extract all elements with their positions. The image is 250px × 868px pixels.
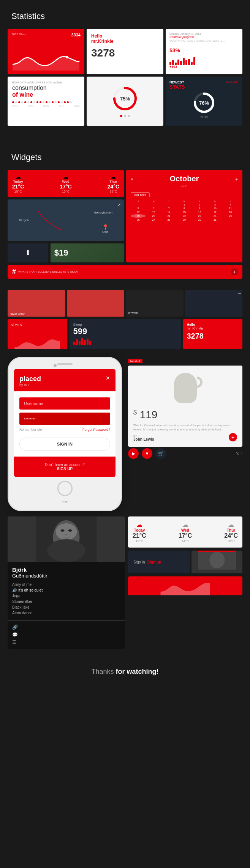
cal-d26[interactable]: 26 [131, 218, 146, 221]
cal-d30[interactable]: 30 [192, 218, 207, 221]
cal-d23[interactable]: 23 [192, 214, 207, 218]
cal-d1[interactable]: 1 [177, 203, 191, 206]
bw-low-thur: 18°C [224, 539, 238, 543]
cal-d12[interactable]: 12 [131, 210, 146, 214]
phone-login-form: Remember Me Forgot Password? SIGN IN [14, 391, 116, 457]
donut-76-wrapper: 76% [193, 91, 215, 114]
cal-d22[interactable]: 22 [177, 214, 191, 218]
cal-d17[interactable]: 17 [207, 210, 222, 214]
weather-low-wed: 13°C [60, 190, 71, 193]
bw-name-thur: Thur [224, 528, 238, 532]
bw-name-today: Today [133, 528, 146, 532]
cal-header: ◈ October ◈ [131, 174, 238, 183]
cal-d19[interactable]: 19 [131, 214, 146, 218]
cal-d16[interactable]: 16 [192, 210, 207, 214]
song-5[interactable]: Black lake [12, 604, 120, 610]
cal-d4[interactable]: 4 [223, 203, 238, 206]
play-icon-active: 🔊 [12, 588, 17, 592]
weather-temp-today: 21°C [12, 184, 24, 190]
menu-icon[interactable]: ☰ [12, 640, 120, 645]
cal-d2[interactable]: 2 [192, 203, 207, 206]
svg-rect-14 [198, 570, 236, 573]
cal-month: October [170, 174, 199, 183]
stats-grid: 2015 Stats 3334 Hello mr.Krinkle 3278 Mo… [0, 29, 250, 126]
cal-d27[interactable]: 27 [146, 218, 161, 221]
cal-d3[interactable]: 3 [207, 203, 222, 206]
cal-header-t2: T [192, 200, 207, 202]
photo-tile-4: ••• [185, 290, 243, 317]
phone-username-input[interactable] [19, 397, 110, 410]
download-widget[interactable]: ⬇ [8, 243, 48, 262]
song-2-active[interactable]: 🔊It's oh so quiet [12, 587, 120, 593]
cal-d29[interactable]: 29 [177, 218, 191, 221]
phone-home-button[interactable] [57, 481, 73, 496]
tile-3-label: of wine [126, 309, 140, 317]
hashtag-widget: # WHAT'S THAT? BULLSEYE BULLSEYE IS OKAY… [8, 265, 242, 279]
chat-icon[interactable]: 💬 [12, 632, 120, 637]
thanks-bold: for watching! [116, 668, 159, 675]
song-1[interactable]: Army of me [12, 582, 120, 587]
phone-close-btn[interactable]: ✕ [106, 375, 110, 381]
weather-name-today: Today [12, 180, 24, 184]
cal-d00 [146, 203, 161, 206]
cal-d6[interactable]: 6 [146, 207, 161, 210]
weather-day-wed: ☁ Wed 17°C 13°C [60, 174, 71, 193]
tile-4-dots: ••• [238, 292, 241, 295]
donut-75-card: 75% + [87, 77, 163, 126]
cal-d24[interactable]: 24 [207, 214, 222, 218]
cal-d8[interactable]: 8 [177, 207, 191, 210]
bottom-weather-widget: ☁ Today 21°C 19°C ☁ Wed 17°C 14°C ☁ Thur… [128, 516, 242, 548]
play-button[interactable]: ▶ [128, 448, 139, 459]
hello-name: mr.Krinkle [91, 39, 159, 44]
product-by: BY [133, 435, 237, 437]
svg-point-13 [209, 552, 225, 568]
profile-right: ☁ Today 21°C 19°C ☁ Wed 17°C 14°C ☁ Thur… [125, 516, 242, 649]
twitter-icon[interactable]: 𝕏 [236, 452, 239, 456]
phone-signup-link[interactable]: SIGN UP [57, 467, 73, 471]
cal-d11[interactable]: 11 [223, 207, 238, 210]
phone-time: 5:32 [14, 500, 116, 505]
cal-d13[interactable]: 13 [146, 210, 161, 214]
product-price: $ 119 [133, 409, 237, 421]
signup-btn[interactable]: Sign up [147, 560, 161, 564]
phone-signin-button[interactable]: SIGN IN [19, 438, 110, 450]
song-4[interactable]: Stonemilker [12, 599, 120, 604]
phone-password-input[interactable] [19, 413, 110, 425]
signin-btn[interactable]: Sign in [133, 560, 145, 564]
phone-section: ✕ placed by WT Remember Me Forgot Passwo… [0, 352, 250, 516]
cal-d10[interactable]: 10 [207, 207, 222, 210]
song-3[interactable]: Joga [12, 593, 120, 599]
cal-d31[interactable]: 31 [207, 218, 222, 221]
wave-chart-card: 2015 Stats 3334 [8, 29, 84, 74]
cal-d7[interactable]: 7 [161, 207, 176, 210]
cal-d28[interactable]: 28 [161, 218, 176, 221]
phone-forgot-link[interactable]: Forgot Password? [82, 428, 110, 432]
cal-d9[interactable]: 9 [192, 207, 207, 210]
heart-button[interactable]: ♥ [142, 448, 152, 459]
progress-bars [169, 57, 239, 65]
cart-button[interactable]: 🛒 [155, 448, 166, 459]
cal-d15[interactable]: 15 [177, 210, 191, 214]
hashtag-plus-btn[interactable]: + [231, 268, 238, 275]
product-dollar: $ [133, 409, 137, 416]
cal-d14[interactable]: 14 [161, 210, 176, 214]
donut-dots [120, 115, 130, 117]
year-2010: 2010 [43, 105, 49, 107]
cal-d21[interactable]: 21 [161, 214, 176, 218]
link-icon[interactable]: 🔗 [12, 625, 120, 630]
cal-d5[interactable]: 5 [131, 207, 146, 210]
bw-low-today: 19°C [133, 539, 146, 543]
cal-d18[interactable]: 18 [223, 210, 238, 214]
song-6[interactable]: Atom dance [12, 610, 120, 616]
cal-add-event[interactable]: Add event [131, 192, 150, 197]
wave-card-number: 3334 [71, 33, 81, 37]
cal-d20[interactable]: 20 [146, 214, 161, 218]
facebook-icon[interactable]: f [241, 452, 242, 456]
cal-d25[interactable]: 25 [223, 214, 238, 218]
price-widget: $19 [51, 243, 124, 262]
map-widget: ⤢ Nærøyfjorden Bergen 📍 Oslo [8, 199, 124, 241]
cal-d000 [161, 203, 176, 206]
year-2011: 2011 [12, 105, 18, 107]
price-amount: $19 [54, 248, 68, 258]
sleep-value: 599 [73, 326, 177, 336]
